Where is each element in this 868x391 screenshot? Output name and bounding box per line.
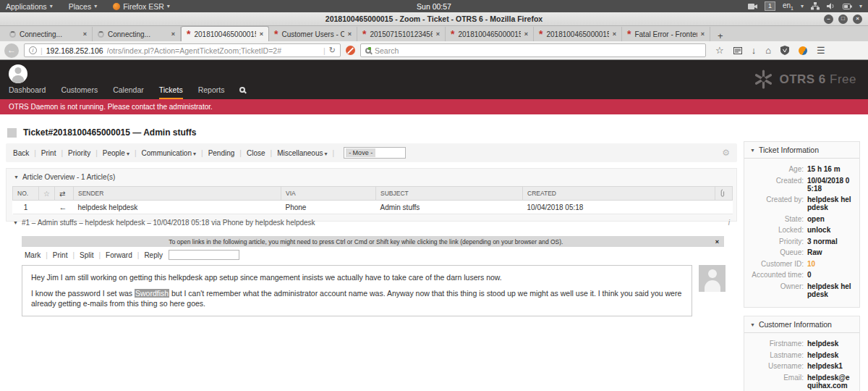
system-menu-chevron-icon[interactable]: ▾ — [859, 3, 862, 9]
tab-label: Connecting... — [108, 30, 168, 38]
col-sender[interactable]: SENDER — [74, 187, 281, 201]
url-bar[interactable]: i | 192.168.252.106/otrs/index.pl?Action… — [24, 43, 341, 57]
new-tab-button[interactable]: + — [710, 30, 731, 41]
col-created[interactable]: CREATED — [523, 187, 715, 201]
tab-ticket-2015[interactable]: * 2015071510123456 -... × — [357, 27, 446, 41]
maximize-button[interactable]: □ — [838, 14, 848, 24]
action-miscellaneous[interactable]: Miscellaneous▾ — [277, 149, 327, 157]
cust-row-username: Username:helpdesk1 — [750, 362, 854, 370]
agent-avatar[interactable] — [9, 64, 27, 83]
keyboard-layout-indicator[interactable]: en1 — [783, 1, 793, 11]
customer-information-header[interactable]: ▼ Customer Information — [744, 316, 859, 333]
col-attachment[interactable] — [715, 187, 733, 201]
action-pending[interactable]: Pending — [208, 149, 235, 157]
tab-ticket-2018-b[interactable]: * 2018100465000015 -... × — [534, 27, 622, 41]
home-icon[interactable]: ⌂ — [765, 46, 771, 55]
gear-icon[interactable]: ⚙ — [722, 148, 730, 158]
shield-icon[interactable] — [780, 46, 789, 55]
chevron-down-icon: ▾ — [193, 151, 196, 157]
article-row[interactable]: 1 ← helpdesk helpdesk Phone Admin stuffs… — [13, 201, 733, 214]
move-select-value: - Move - — [346, 148, 375, 157]
col-flag[interactable]: ☆ — [39, 187, 55, 201]
col-no[interactable]: NO. — [13, 187, 39, 201]
nav-dashboard[interactable]: Dashboard — [9, 85, 46, 94]
tab-connecting-1[interactable]: Connecting... × — [4, 27, 93, 41]
move-queue-select[interactable]: - Move - — [344, 147, 406, 159]
info-icon[interactable]: i — [728, 219, 730, 227]
minimize-button[interactable]: – — [824, 14, 833, 24]
bookmark-star-icon[interactable]: ☆ — [715, 46, 724, 55]
nav-tickets[interactable]: Tickets — [159, 85, 183, 94]
ticket-information-header[interactable]: ▼ Ticket Information — [744, 142, 859, 159]
search-bar[interactable] — [360, 43, 706, 57]
tab-close-icon[interactable]: × — [260, 30, 263, 38]
reload-button[interactable]: ↻ — [329, 46, 336, 55]
firefox-app-menu[interactable]: Firefox ESR ▾ — [113, 2, 170, 11]
firefox-account-icon[interactable] — [799, 46, 807, 55]
article-action-forward[interactable]: Forward — [106, 251, 132, 259]
incoming-arrow-icon: ← — [59, 203, 67, 211]
daemon-error-banner[interactable]: OTRS Daemon is not running. Please conta… — [0, 99, 868, 114]
close-button[interactable]: × — [853, 14, 862, 24]
chevron-down-icon: ▾ — [50, 3, 53, 9]
info-row-created: Created:10/04/2018 05:18 — [750, 177, 854, 193]
tab-ticket-2018-a[interactable]: * 2018100465000015 -... × — [446, 27, 534, 41]
nav-customers[interactable]: Customers — [61, 85, 98, 94]
url-path: /otrs/index.pl?Action=AgentTicketZoom;Ti… — [107, 46, 320, 55]
notice-text: To open links in the following article, … — [22, 238, 710, 245]
collapse-triangle-icon: ▼ — [14, 175, 19, 180]
tab-close-icon[interactable]: × — [701, 30, 705, 38]
hamburger-menu-icon[interactable]: ☰ — [817, 46, 825, 55]
article-action-mark[interactable]: Mark — [25, 251, 41, 259]
site-info-icon[interactable]: i — [29, 46, 37, 54]
article-action-split[interactable]: Split — [80, 251, 93, 259]
col-via[interactable]: VIA — [281, 187, 376, 201]
otrs-logo-star-icon — [754, 70, 773, 89]
chevron-down-icon: ▾ — [801, 3, 804, 9]
action-people[interactable]: People▾ — [103, 149, 129, 157]
nav-calendar[interactable]: Calendar — [113, 85, 144, 94]
article-action-reply[interactable]: Reply — [144, 251, 163, 259]
otrs-search-icon[interactable] — [239, 85, 245, 94]
reply-select-input[interactable] — [169, 250, 239, 260]
action-communication[interactable]: Communication▾ — [142, 149, 197, 157]
blocked-content-icon[interactable] — [346, 46, 355, 55]
article-header-text: #1 – Admin stuffs – helpdesk helpdesk – … — [22, 219, 315, 227]
tab-fatal-error[interactable]: * Fatal Error - Frontend... × — [622, 27, 710, 41]
nav-reports[interactable]: Reports — [198, 85, 225, 94]
back-button[interactable]: ← — [4, 43, 19, 58]
col-subject[interactable]: SUBJECT — [376, 187, 523, 201]
collapse-triangle-icon: ▼ — [750, 148, 755, 153]
col-direction[interactable]: ⇄ — [55, 187, 74, 201]
info-row-owner: Owner:helpdesk helpdesk — [750, 282, 854, 298]
places-menu[interactable]: Places ▾ — [69, 2, 98, 11]
bookmarks-panel-icon[interactable] — [733, 46, 742, 55]
applications-menu[interactable]: Applications ▾ — [6, 2, 53, 11]
action-print[interactable]: Print — [41, 149, 56, 157]
customer-id-link[interactable]: 10 — [807, 260, 815, 268]
tab-close-icon[interactable]: × — [171, 30, 175, 38]
tab-customer-users[interactable]: * Customer Users - Cus... × — [269, 27, 357, 41]
action-close-ticket[interactable]: Close — [247, 149, 265, 157]
article-paragraph-1: Hey Jim I am still working on getting th… — [31, 272, 683, 282]
article-action-print[interactable]: Print — [53, 251, 68, 259]
tab-close-icon[interactable]: × — [348, 30, 352, 38]
tab-close-icon[interactable]: × — [524, 30, 528, 38]
downloads-icon[interactable]: ↓ — [752, 46, 757, 55]
tab-ticket-zoom-active[interactable]: * 2018100465000015 -... × — [181, 26, 269, 41]
article-detail-header[interactable]: ▼ #1 – Admin stuffs – helpdesk helpdesk … — [6, 214, 737, 231]
search-input[interactable] — [375, 46, 701, 55]
tab-close-icon[interactable]: × — [83, 30, 87, 38]
tab-close-icon[interactable]: × — [436, 30, 440, 38]
tab-close-icon[interactable]: × — [613, 30, 616, 38]
tab-connecting-2[interactable]: Connecting... × — [93, 27, 181, 41]
workspace-indicator[interactable]: 1 — [765, 1, 775, 11]
article-overview-header[interactable]: ▼ Article Overview - 1 Article(s) — [7, 169, 736, 186]
article-body: Hey Jim I am still working on getting th… — [22, 265, 692, 316]
window-titlebar[interactable]: 2018100465000015 - Zoom - Ticket - OTRS … — [0, 12, 868, 26]
action-back[interactable]: Back — [13, 149, 29, 157]
divider: | — [46, 251, 48, 259]
notice-close-icon[interactable]: × — [710, 238, 724, 245]
clock[interactable]: Sun 00:57 — [417, 2, 451, 11]
action-priority[interactable]: Priority — [68, 149, 90, 157]
